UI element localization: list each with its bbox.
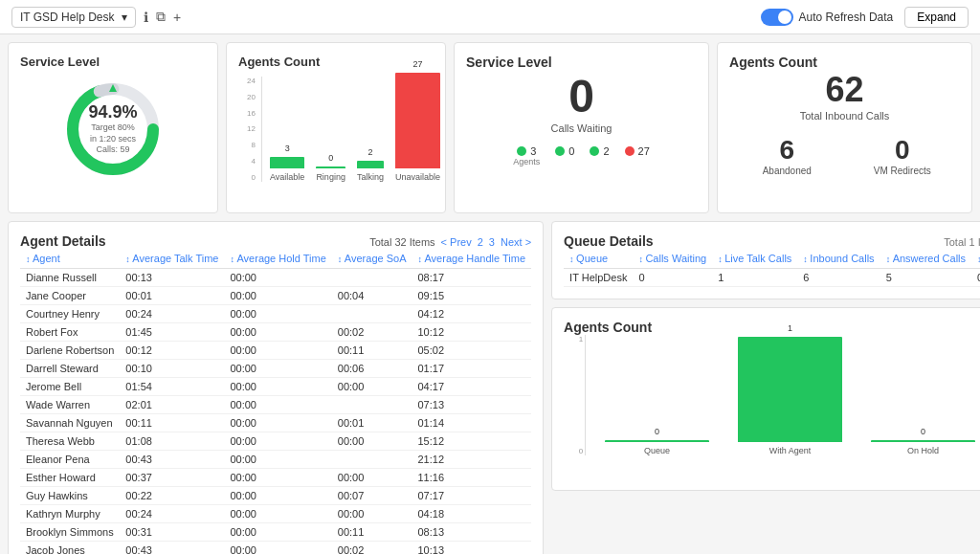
cell-handle-time: 09:15	[412, 287, 531, 305]
table-row: Courtney Henry 00:24 00:00 04:12	[20, 305, 531, 323]
bar-ringing	[316, 166, 345, 168]
agent-table-head: Agent Average Talk Time Average Hold Tim…	[20, 249, 531, 269]
agents-label: Agents	[513, 157, 540, 166]
table-row: Kathryn Murphy 00:24 00:00 00:00 04:18	[20, 505, 531, 523]
col-avg-talk[interactable]: Average Talk Time	[120, 249, 224, 269]
donut-percentage: 94.9%	[87, 102, 140, 122]
bar-on-hold	[871, 440, 975, 442]
cell-talk-time: 00:31	[120, 523, 224, 542]
cell-talk-time: 00:01	[120, 287, 224, 305]
col-avg-soa[interactable]: Average SoA	[332, 249, 412, 269]
prev-link[interactable]: < Prev	[441, 236, 472, 248]
table-row: Jacob Jones 00:43 00:00 00:02 10:13	[20, 542, 531, 555]
table-row: Dianne Russell 00:13 00:00 08:17	[20, 269, 531, 287]
queue-details-panel: Queue Details Total 1 Item Queue Calls W…	[551, 221, 980, 299]
cell-agent: Wade Warren	[20, 396, 120, 414]
service-level-right-title: Service Level	[466, 55, 697, 70]
col-avg-handle[interactable]: Average Handle Time	[412, 249, 531, 269]
bar-talking	[357, 161, 384, 168]
cell-talk-time: 00:37	[120, 469, 224, 487]
status-dots: 3 Agents 0 2	[466, 145, 697, 166]
cell-soa: 00:02	[332, 542, 412, 555]
auto-refresh-toggle-container: Auto Refresh Data	[761, 9, 894, 26]
cell-talk-time: 01:45	[120, 323, 224, 342]
dot-green-3	[590, 146, 599, 156]
queue-dropdown[interactable]: IT GSD Help Desk ▾	[11, 7, 136, 28]
qcol-inbound[interactable]: Inbound Calls	[797, 249, 880, 269]
bar-group-unavailable: 27 Unavailable	[395, 59, 440, 182]
qcol-live-talk[interactable]: Live Talk Calls	[712, 249, 797, 269]
copy-icon[interactable]: ⧉	[156, 9, 166, 25]
dot-red-1	[625, 146, 635, 156]
cell-hold-time: 00:00	[224, 451, 331, 469]
cell-talk-time: 01:08	[120, 432, 224, 451]
table-row: Theresa Webb 01:08 00:00 00:00 15:12	[20, 432, 531, 451]
expand-button[interactable]: Expand	[904, 7, 969, 28]
cell-hold-time: 00:00	[224, 378, 331, 396]
abandoned-vm-row: 6 Abandoned 0 VM Redirects	[729, 131, 960, 180]
table-row: IT HelpDesk 0 1 6 5 04:06 00:26	[564, 269, 980, 287]
cell-soa: 00:01	[332, 414, 412, 432]
cell-hold-time: 00:00	[224, 414, 331, 432]
calls-waiting-number: 0	[466, 70, 697, 122]
service-level-left-panel: Service Level 94.9% Target 80% in 1:20 s…	[8, 42, 218, 213]
donut-container: 94.9% Target 80% in 1:20 secs Calls: 59	[20, 77, 206, 182]
total-inbound-display: 62 Total Inbound Calls	[729, 70, 960, 122]
table-row: Esther Howard 00:37 00:00 00:00 11:16	[20, 469, 531, 487]
cell-soa	[332, 451, 412, 469]
table-row: Jerome Bell 01:54 00:00 00:00 04:17	[20, 378, 531, 396]
cell-soa	[332, 396, 412, 414]
info-icon[interactable]: ℹ	[144, 10, 148, 25]
cell-agent: Jane Cooper	[20, 287, 120, 305]
bar-group-with-agent: 1 With Agent	[738, 323, 842, 455]
cell-talk-time: 00:24	[120, 505, 224, 523]
auto-refresh-toggle[interactable]	[761, 9, 793, 26]
cell-handle-time: 01:17	[412, 360, 531, 378]
add-icon[interactable]: +	[173, 10, 181, 25]
next-link[interactable]: Next >	[501, 236, 531, 248]
cell-soa: 00:04	[332, 287, 412, 305]
bar-available	[270, 157, 304, 168]
cell-soa: 00:00	[332, 432, 412, 451]
toggle-knob	[778, 11, 791, 24]
chevron-down-icon: ▾	[122, 11, 127, 24]
qcol-calls-waiting[interactable]: Calls Waiting	[633, 249, 712, 269]
cell-hold-time: 00:00	[224, 269, 331, 287]
cell-handle-time: 08:13	[412, 523, 531, 542]
qcol-handle[interactable]: Average Handle Time	[971, 249, 980, 269]
qcol-answered[interactable]: Answered Calls	[880, 249, 971, 269]
cell-agent: Dianne Russell	[20, 269, 120, 287]
cell-calls-waiting: 0	[633, 269, 712, 287]
cell-handle-time: 07:13	[412, 396, 531, 414]
page-3-link[interactable]: 3	[489, 236, 495, 248]
page-2-link[interactable]: 2	[478, 236, 483, 248]
cell-hold-time: 00:00	[224, 305, 331, 323]
cell-talk-time: 01:54	[120, 378, 224, 396]
cell-hold-time: 00:00	[224, 523, 331, 542]
qcol-queue[interactable]: Queue	[564, 249, 633, 269]
cell-talk-time: 00:24	[120, 305, 224, 323]
cell-agent: Eleanor Pena	[20, 451, 120, 469]
col-avg-hold[interactable]: Average Hold Time	[224, 249, 331, 269]
cell-agent: Guy Hawkins	[20, 487, 120, 505]
cell-agent: Savannah Nguyen	[20, 414, 120, 432]
donut-center: 94.9% Target 80% in 1:20 secs Calls: 59	[87, 102, 140, 156]
agents-count-bottom-panel: Agents Count 10 0 Queue 1	[551, 307, 980, 491]
cell-talk-time: 00:13	[120, 269, 224, 287]
cell-agent: Jerome Bell	[20, 378, 120, 396]
dot-zero: 0	[555, 145, 574, 166]
cell-inbound: 6	[797, 269, 880, 287]
cell-agent: Esther Howard	[20, 469, 120, 487]
cell-talk-time: 00:22	[120, 487, 224, 505]
cell-handle-time: 04:12	[412, 305, 531, 323]
cell-soa: 00:00	[332, 469, 412, 487]
col-agent[interactable]: Agent	[20, 249, 120, 269]
cell-agent: Kathryn Murphy	[20, 505, 120, 523]
cell-live-talk: 1	[712, 269, 797, 287]
queue-details-table: Queue Calls Waiting Live Talk Calls Inbo…	[564, 249, 980, 287]
cell-hold-time: 00:00	[224, 487, 331, 505]
agent-details-table: Agent Average Talk Time Average Hold Tim…	[20, 249, 531, 554]
bar-unavailable	[395, 73, 440, 168]
dot-green-1	[517, 146, 526, 156]
bottom-bar-chart: 10 0 Queue 1 With Agent	[564, 335, 980, 478]
